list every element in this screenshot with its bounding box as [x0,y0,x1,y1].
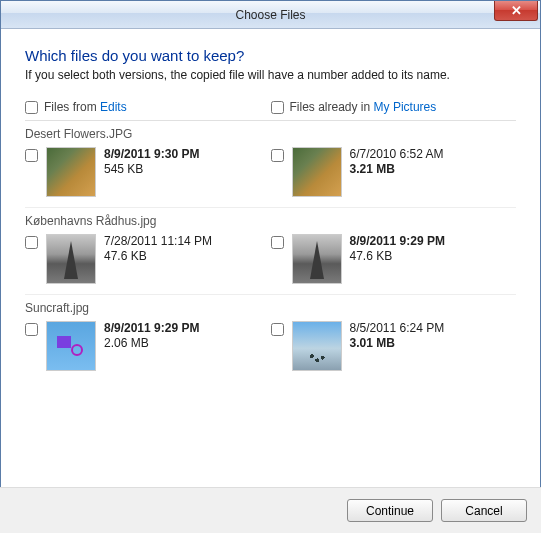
dialog-content: Which files do you want to keep? If you … [1,29,540,381]
columns-header: Files from Edits Files already in My Pic… [25,100,516,121]
window-title: Choose Files [235,8,305,22]
file-size: 2.06 MB [104,336,199,350]
file-option-right[interactable]: 6/7/2010 6:52 AM 3.21 MB [271,147,517,197]
file-checkbox[interactable] [271,236,284,249]
file-date: 8/9/2011 9:29 PM [350,234,445,248]
conflict-group: Suncraft.jpg 8/9/2011 9:29 PM 2.06 MB 8/… [25,301,516,381]
column-right: Files already in My Pictures [271,100,517,114]
cancel-button[interactable]: Cancel [441,499,527,522]
file-checkbox[interactable] [271,323,284,336]
file-date: 8/9/2011 9:30 PM [104,147,199,161]
file-checkbox[interactable] [25,236,38,249]
dialog-subheading: If you select both versions, the copied … [25,68,516,82]
file-date: 8/5/2011 6:24 PM [350,321,445,335]
file-checkbox[interactable] [25,149,38,162]
file-size: 47.6 KB [104,249,212,263]
column-left: Files from Edits [25,100,271,114]
file-checkbox[interactable] [25,323,38,336]
thumbnail-icon [292,321,342,371]
titlebar: Choose Files ✕ [1,1,540,29]
file-date: 8/9/2011 9:29 PM [104,321,199,335]
dialog-heading: Which files do you want to keep? [25,47,516,64]
file-option-right[interactable]: 8/5/2011 6:24 PM 3.01 MB [271,321,517,371]
file-option-left[interactable]: 8/9/2011 9:30 PM 545 KB [25,147,271,197]
file-checkbox[interactable] [271,149,284,162]
column-left-label: Files from Edits [44,100,127,114]
continue-button[interactable]: Continue [347,499,433,522]
dialog-footer: Continue Cancel [0,487,541,533]
thumbnail-icon [46,321,96,371]
file-size: 3.01 MB [350,336,445,350]
file-option-left[interactable]: 8/9/2011 9:29 PM 2.06 MB [25,321,271,371]
thumbnail-icon [46,234,96,284]
source-folder-link[interactable]: Edits [100,100,127,114]
thumbnail-icon [292,147,342,197]
file-size: 47.6 KB [350,249,445,263]
file-name: Desert Flowers.JPG [25,127,516,141]
file-name: Københavns Rådhus.jpg [25,214,516,228]
dest-folder-link[interactable]: My Pictures [374,100,437,114]
file-size: 545 KB [104,162,199,176]
thumbnail-icon [292,234,342,284]
conflict-group: Desert Flowers.JPG 8/9/2011 9:30 PM 545 … [25,127,516,208]
thumbnail-icon [46,147,96,197]
file-name: Suncraft.jpg [25,301,516,315]
select-all-left-checkbox[interactable] [25,101,38,114]
file-option-right[interactable]: 8/9/2011 9:29 PM 47.6 KB [271,234,517,284]
close-button[interactable]: ✕ [494,1,538,21]
close-icon: ✕ [511,3,522,18]
select-all-right-checkbox[interactable] [271,101,284,114]
file-date: 7/28/2011 11:14 PM [104,234,212,248]
file-option-left[interactable]: 7/28/2011 11:14 PM 47.6 KB [25,234,271,284]
file-size: 3.21 MB [350,162,444,176]
conflict-group: Københavns Rådhus.jpg 7/28/2011 11:14 PM… [25,214,516,295]
file-date: 6/7/2010 6:52 AM [350,147,444,161]
column-right-label: Files already in My Pictures [290,100,437,114]
